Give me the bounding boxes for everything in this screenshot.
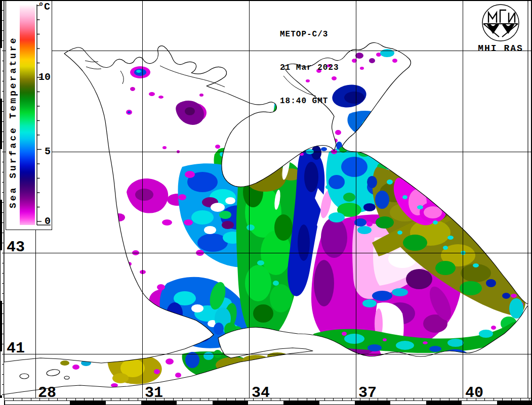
lat-label-43: 43 <box>7 239 25 256</box>
image-header: METOP-C/3 21 Mar 2023 18:40 GMT <box>280 7 339 129</box>
colorbar-panel: Sea Surface Temperature °C 10 5 <box>6 0 52 230</box>
colorbar-axis <box>6 1 52 230</box>
mhi-ras-label: MHI RAS <box>476 43 525 54</box>
acquisition-date: 21 Mar 2023 <box>280 62 339 73</box>
map-canvas: 43 41 28 31 34 37 40 <box>4 0 532 401</box>
colorbar-tick-0: 0 <box>36 215 51 227</box>
colorbar-unit-label: °C <box>38 1 50 13</box>
mhi-ras-logo: MHI RAS <box>476 3 525 54</box>
colorbar-tick-5: 5 <box>36 146 51 157</box>
longitude-ruler-chain <box>4 401 532 405</box>
latitude-ruler-ticks <box>2 0 4 398</box>
frame-border-top <box>0 0 532 1</box>
longitude-ruler <box>4 398 532 405</box>
sst-map-page: 43 41 28 31 34 37 40 Sea Surface Tempera… <box>0 0 532 405</box>
marmara-island <box>46 369 60 377</box>
mhi-ras-emblem-icon <box>476 3 525 42</box>
marmara-island <box>64 376 69 379</box>
satellite-name: METOP-C/3 <box>280 29 339 40</box>
marmara-island <box>20 374 29 379</box>
acquisition-time: 18:40 GMT <box>280 96 339 107</box>
colorbar-tick-10: 10 <box>36 71 51 83</box>
latitude-ruler <box>0 0 4 398</box>
lat-label-41: 41 <box>7 340 25 357</box>
